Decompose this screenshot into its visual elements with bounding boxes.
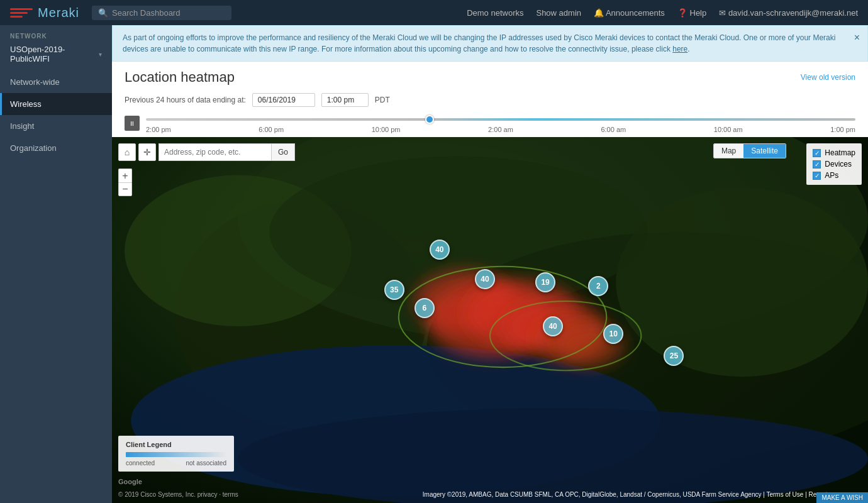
banner-link[interactable]: here <box>672 45 687 53</box>
svg-point-11 <box>465 279 578 348</box>
svg-point-2 <box>238 137 868 345</box>
page-title: Location heatmap <box>125 69 235 86</box>
map-go-button[interactable]: Go <box>272 143 295 161</box>
sidebar-item-insight[interactable]: Insight <box>0 115 112 137</box>
legend-not-associated-label: not associated <box>186 460 227 467</box>
map-search-input[interactable] <box>159 143 272 161</box>
sidebar-item-network-wide[interactable]: Network-wide <box>0 71 112 93</box>
aps-label: APs <box>825 171 838 180</box>
slider-label-3: 2:00 am <box>488 126 513 133</box>
email-icon: ✉ <box>719 8 726 18</box>
map-top-controls: ⌂ ✛ Go <box>118 143 295 161</box>
zoom-out-button[interactable]: − <box>118 182 132 196</box>
sidebar-item-wireless[interactable]: Wireless <box>0 93 112 115</box>
svg-point-10 <box>427 282 553 358</box>
timezone-label: PDT <box>375 96 390 104</box>
ap-cluster-6[interactable]: 40 <box>543 316 563 336</box>
svg-point-4 <box>131 345 660 496</box>
page-header: Location heatmap View old version <box>112 62 868 91</box>
layer-toggle-aps[interactable]: ✓ APs <box>813 171 855 180</box>
ap-cluster-0[interactable]: 40 <box>430 240 450 260</box>
make-a-wish-button[interactable]: MAKE A WISH <box>816 492 868 503</box>
time-label: Previous 24 hours of data ending at: <box>125 96 246 104</box>
map-type-satellite-button[interactable]: Satellite <box>743 144 786 158</box>
map-background[interactable]: 40 35 40 19 2 6 40 10 25 ⌂ ✛ Go <box>112 137 868 503</box>
nav-right: Demo networks Show admin 🔔 Announcements… <box>467 8 858 18</box>
content-area: As part of ongoing efforts to improve th… <box>112 25 868 503</box>
time-slider[interactable]: 2:00 pm 6:00 pm 10:00 pm 2:00 am 6:00 am… <box>146 113 855 133</box>
slider-thumb[interactable] <box>425 115 434 124</box>
legend-labels: connected not associated <box>126 460 226 467</box>
map-copyright: © 2019 Cisco Systems, Inc. privacy · ter… <box>118 491 238 498</box>
aps-checkbox[interactable]: ✓ <box>813 172 821 180</box>
pause-icon: ⏸ <box>129 120 135 127</box>
slider-label-4: 6:00 am <box>601 126 626 133</box>
sidebar: NETWORK USOpen-2019-PublicWIFI ▾ Network… <box>0 25 112 503</box>
map-zoom-controls: + − <box>118 169 132 196</box>
legend-bar <box>126 452 226 457</box>
devices-label: Devices <box>825 160 852 169</box>
layer-toggles: ✓ Heatmap ✓ Devices ✓ APs <box>806 143 862 185</box>
time-controls: Previous 24 hours of data ending at: PDT <box>112 91 868 112</box>
banner-text: As part of ongoing efforts to improve th… <box>123 32 857 55</box>
layer-toggle-devices[interactable]: ✓ Devices <box>813 160 855 169</box>
map-wrapper: 40 35 40 19 2 6 40 10 25 ⌂ ✛ Go <box>112 137 868 503</box>
slider-labels: 2:00 pm 6:00 pm 10:00 pm 2:00 am 6:00 am… <box>146 126 855 133</box>
slider-label-2: 10:00 pm <box>372 126 401 133</box>
slider-area: ⏸ 2:00 pm 6:00 pm 10:00 pm 2:00 am 6:00 … <box>112 112 868 137</box>
meraki-brand: Meraki <box>38 6 79 20</box>
legend-connected-label: connected <box>126 460 155 467</box>
search-icon: 🔍 <box>98 8 108 18</box>
chevron-down-icon: ▾ <box>99 51 102 58</box>
svg-point-7 <box>616 188 868 377</box>
info-banner: As part of ongoing efforts to improve th… <box>112 25 868 62</box>
sidebar-item-organization[interactable]: Organization <box>0 137 112 159</box>
ap-cluster-4[interactable]: 2 <box>588 276 608 296</box>
heatmap-checkbox[interactable]: ✓ <box>813 149 821 157</box>
time-input[interactable] <box>321 93 369 107</box>
heatmap-label: Heatmap <box>825 148 855 157</box>
ap-cluster-7[interactable]: 10 <box>603 324 623 344</box>
demo-networks-link[interactable]: Demo networks <box>467 8 523 18</box>
svg-point-6 <box>125 175 352 326</box>
help-icon: ❓ <box>677 8 687 18</box>
svg-point-0 <box>206 144 647 396</box>
main-layout: NETWORK USOpen-2019-PublicWIFI ▾ Network… <box>0 25 868 503</box>
search-input[interactable] <box>112 8 225 18</box>
ap-cluster-2[interactable]: 40 <box>475 269 495 289</box>
svg-point-3 <box>427 232 868 459</box>
pause-button[interactable]: ⏸ <box>125 116 140 131</box>
zoom-in-button[interactable]: + <box>118 169 132 182</box>
ap-cluster-3[interactable]: 19 <box>535 272 555 292</box>
help-link[interactable]: ❓ Help <box>677 8 706 18</box>
svg-point-15 <box>399 267 607 367</box>
devices-checkbox[interactable]: ✓ <box>813 160 821 169</box>
logo-area: Meraki <box>10 6 79 20</box>
map-type-toggle: Map Satellite <box>713 143 786 158</box>
layer-toggle-heatmap[interactable]: ✓ Heatmap <box>813 148 855 157</box>
map-crosshair-button[interactable]: ✛ <box>138 143 156 161</box>
user-email-link[interactable]: ✉ david.van-schravendijk@meraki.net <box>719 8 858 18</box>
slider-track[interactable] <box>146 113 855 126</box>
search-area[interactable]: 🔍 <box>92 6 231 20</box>
map-type-map-button[interactable]: Map <box>714 144 743 158</box>
svg-point-5 <box>238 408 868 503</box>
ap-cluster-5[interactable]: 6 <box>415 298 435 318</box>
google-watermark: Google <box>118 478 142 485</box>
top-navigation: Meraki 🔍 Demo networks Show admin 🔔 Anno… <box>0 0 868 25</box>
date-input[interactable] <box>252 93 315 107</box>
slider-label-6: 1:00 pm <box>830 126 855 133</box>
cisco-logo <box>10 6 33 19</box>
announcements-link[interactable]: 🔔 Announcements <box>594 8 665 18</box>
map-home-button[interactable]: ⌂ <box>118 143 136 161</box>
ap-cluster-8[interactable]: 25 <box>664 346 684 366</box>
legend-title: Client Legend <box>126 441 226 448</box>
network-name-selector[interactable]: USOpen-2019-PublicWIFI ▾ <box>0 42 112 71</box>
ap-cluster-1[interactable]: 35 <box>384 280 404 300</box>
map-attribution: Imagery ©2019, AMBAG, Data CSUMB SFML, C… <box>423 491 862 498</box>
close-icon[interactable]: × <box>854 32 860 43</box>
slider-label-5: 10:00 am <box>714 126 743 133</box>
view-old-version-link[interactable]: View old version <box>801 73 855 82</box>
slider-background <box>146 118 855 121</box>
show-admin-link[interactable]: Show admin <box>536 8 581 18</box>
